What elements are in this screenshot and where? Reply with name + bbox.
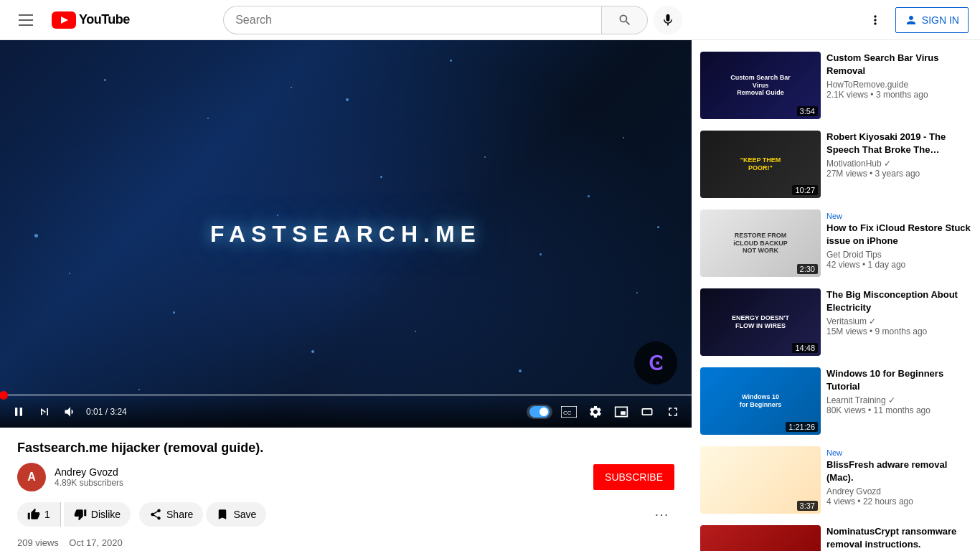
sidebar-thumb-2: "KEEP THEMPOOR!" 10:27: [700, 131, 821, 198]
hamburger-icon: [13, 9, 39, 32]
sidebar-video-item[interactable]: RESTORE FROMiCLOUD BACKUPNOT WORK 2:30 N…: [697, 207, 974, 280]
verified-icon: ✓: [884, 159, 891, 169]
volume-button[interactable]: [60, 402, 80, 422]
sidebar-meta: 2.1K views • 3 months ago: [826, 90, 971, 100]
time-display: 0:01 / 3:24: [86, 407, 127, 417]
settings-icon: [588, 405, 603, 419]
captions-button[interactable]: CC: [558, 403, 580, 420]
sign-in-label: SIGN IN: [922, 14, 959, 26]
sidebar-channel: HowToRemove.guide: [826, 80, 971, 90]
sidebar-meta: 15M views • 9 months ago: [826, 326, 971, 336]
voice-search-button[interactable]: [654, 6, 682, 34]
sidebar-thumb-1: Custom Search BarVirusRemoval Guide 3:54: [700, 52, 821, 119]
sidebar-video-item[interactable]: ENERGY DOESN'TFLOW IN WIRES 14:48 The Bi…: [697, 286, 974, 359]
microphone-icon: [661, 13, 675, 27]
youtube-logo-icon: [52, 11, 76, 29]
save-icon: [216, 508, 229, 521]
youtube-logo-text: YouTube: [79, 12, 130, 27]
volume-icon: [63, 405, 77, 419]
channel-info: Andrey Gvozd 4.89K subscribers: [55, 466, 585, 488]
sidebar-channel: Get Droid Tips: [826, 250, 971, 260]
theater-mode-button[interactable]: [637, 402, 657, 422]
sidebar-video-item[interactable]: 3:37 NominatusCrypt ransomware removal i…: [697, 522, 974, 551]
new-badge: New: [826, 448, 842, 457]
more-options-button[interactable]: [861, 6, 890, 34]
play-pause-button[interactable]: [9, 402, 29, 422]
more-vert-icon: [868, 13, 882, 27]
thumb-duration: 3:37: [797, 501, 818, 511]
search-container: [223, 6, 682, 34]
channel-avatar: A: [17, 463, 46, 491]
sidebar-info: NominatusCrypt ransomware removal instru…: [826, 525, 971, 551]
sidebar-info: Windows 10 for Beginners Tutorial Learni…: [826, 367, 971, 435]
sidebar-video-title: How to Fix iCloud Restore Stuck issue on…: [826, 222, 971, 248]
sidebar-video-title: Custom Search Bar Virus Removal: [826, 52, 971, 77]
subscribe-button[interactable]: SUBSCRIBE: [593, 464, 674, 490]
thumbs-down-icon: [74, 508, 87, 521]
sidebar-thumb-3: RESTORE FROMiCLOUD BACKUPNOT WORK 2:30: [700, 209, 821, 277]
sidebar-video-item[interactable]: "KEEP THEMPOOR!" 10:27 Robert Kiyosaki 2…: [697, 128, 974, 201]
sidebar-video-title: Robert Kiyosaki 2019 - The Speech That B…: [826, 131, 971, 156]
skip-next-icon: [37, 405, 52, 419]
sidebar-channel: MotivationHub ✓: [826, 159, 971, 169]
fullscreen-button[interactable]: [663, 402, 683, 422]
header-right: SIGN IN: [861, 6, 969, 34]
autoplay-toggle[interactable]: [527, 405, 552, 419]
share-icon: [149, 508, 162, 521]
sidebar-thumb-6: 3:37: [700, 446, 821, 514]
sidebar-video-item[interactable]: 3:37 New BlissFresh adware removal (Mac)…: [697, 443, 974, 517]
new-badge: New: [826, 212, 842, 220]
thumb-duration: 2:30: [797, 264, 818, 274]
sidebar-thumb-5: Windows 10for Beginners 1:21:26: [700, 367, 821, 435]
sidebar-meta: 42 views • 1 day ago: [826, 260, 971, 270]
video-info: Fastsearch.me hijacker (removal guide). …: [0, 428, 692, 551]
miniplayer-button[interactable]: [611, 402, 631, 422]
sidebar-channel: Andrey Gvozd: [826, 486, 971, 496]
menu-button[interactable]: [11, 6, 40, 34]
verified-icon: ✓: [869, 316, 876, 326]
channel-name[interactable]: Andrey Gvozd: [55, 466, 585, 478]
captions-icon: CC: [561, 406, 577, 418]
thumb-duration: 14:48: [792, 343, 818, 353]
sidebar-channel: Learnit Training ✓: [826, 395, 971, 405]
sidebar-info: Custom Search Bar Virus Removal HowToRem…: [826, 52, 971, 119]
sidebar-meta: 4 views • 22 hours ago: [826, 496, 971, 507]
settings-button[interactable]: [585, 402, 606, 422]
miniplayer-icon: [614, 405, 628, 419]
sidebar-video-item[interactable]: Custom Search BarVirusRemoval Guide 3:54…: [697, 49, 974, 122]
subscriber-count: 4.89K subscribers: [55, 478, 585, 488]
like-button[interactable]: 1: [17, 502, 61, 527]
sign-in-button[interactable]: SIGN IN: [895, 7, 969, 33]
sidebar: Custom Search BarVirusRemoval Guide 3:54…: [692, 40, 980, 551]
sidebar-info: The Big Misconception About Electricity …: [826, 288, 971, 356]
thumb-duration: 1:21:26: [786, 422, 818, 432]
sidebar-thumb-4: ENERGY DOESN'TFLOW IN WIRES 14:48: [700, 288, 821, 356]
search-icon: [618, 13, 632, 27]
channel-row: A Andrey Gvozd 4.89K subscribers SUBSCRI…: [17, 463, 674, 491]
sidebar-info: New BlissFresh adware removal (Mac). And…: [826, 446, 971, 514]
video-controls: 0:01 / 3:24 CC: [0, 396, 692, 428]
dislike-button[interactable]: Dislike: [64, 502, 131, 527]
video-center-text: fastsearch.me: [210, 221, 481, 248]
sidebar-video-title: BlissFresh adware removal (Mac).: [826, 458, 971, 484]
more-actions-button[interactable]: ⋯: [649, 500, 674, 529]
thumb-duration: 10:27: [792, 185, 818, 195]
search-button[interactable]: [601, 6, 648, 34]
video-area: fastsearch.me Ͼ: [0, 40, 692, 551]
search-input[interactable]: [223, 6, 601, 34]
svg-text:CC: CC: [563, 410, 572, 416]
sidebar-channel: Veritasium ✓: [826, 316, 971, 326]
charm-overlay: Ͼ: [634, 342, 677, 385]
save-button[interactable]: Save: [206, 502, 266, 527]
header: YouTube SIGN IN: [0, 0, 980, 40]
pause-icon: [11, 405, 26, 419]
youtube-logo[interactable]: YouTube: [52, 11, 130, 29]
share-button[interactable]: Share: [139, 502, 203, 527]
video-player[interactable]: fastsearch.me Ͼ: [0, 40, 692, 428]
next-button[interactable]: [34, 402, 55, 422]
sidebar-video-title: The Big Misconception About Electricity: [826, 288, 971, 314]
sidebar-info: Robert Kiyosaki 2019 - The Speech That B…: [826, 131, 971, 198]
verified-icon: ✓: [888, 395, 895, 405]
theater-mode-icon: [640, 405, 654, 419]
sidebar-video-item[interactable]: Windows 10for Beginners 1:21:26 Windows …: [697, 364, 974, 438]
